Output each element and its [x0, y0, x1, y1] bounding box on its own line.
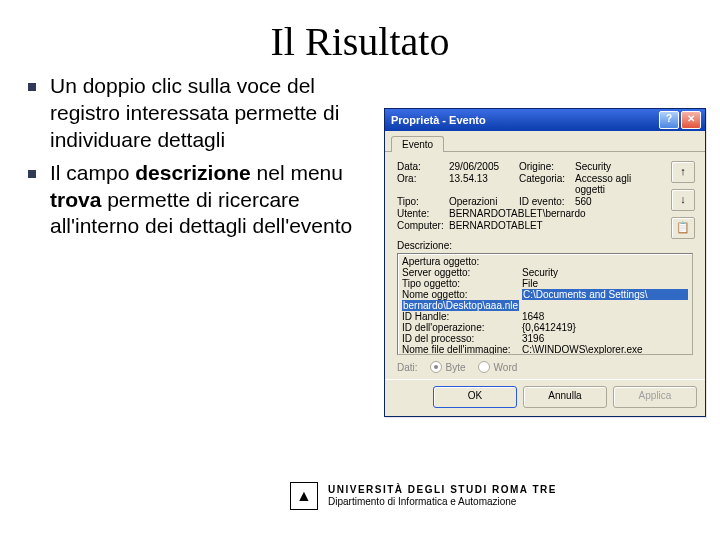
desc-l7v: 3196 — [522, 333, 688, 344]
event-properties-dialog: Proprietà - Evento ? ✕ Evento Data: 29/0… — [384, 108, 706, 417]
desc-l5v: 1648 — [522, 311, 688, 322]
tab-evento[interactable]: Evento — [391, 136, 444, 152]
desc-l4v: C:\Documents and Settings\ — [522, 289, 688, 300]
value-id-evento: 560 — [575, 196, 635, 207]
bullet-2: Il campo descrizione nel menu trova perm… — [28, 160, 368, 241]
value-utente: BERNARDOTABLET\bernardo — [449, 208, 635, 219]
footer: ▲ UNIVERSITÀ DEGLI STUDI ROMA TRE Dipart… — [290, 482, 557, 510]
radio-dot-icon — [478, 361, 490, 373]
value-categoria: Accesso agli oggetti — [575, 173, 635, 195]
copy-button[interactable]: 📋 — [671, 217, 695, 239]
radio-byte[interactable]: Byte — [430, 361, 466, 373]
label-computer: Computer: — [397, 220, 449, 231]
label-utente: Utente: — [397, 208, 449, 219]
help-button[interactable]: ? — [659, 111, 679, 129]
label-descrizione: Descrizione: — [397, 240, 699, 251]
desc-l6l: ID dell'operazione: — [402, 322, 522, 333]
prev-event-button[interactable]: ↑ — [671, 161, 695, 183]
desc-l7l: ID del processo: — [402, 333, 522, 344]
footer-line1: UNIVERSITÀ DEGLI STUDI ROMA TRE — [328, 484, 557, 496]
data-format-row: Dati: Byte Word — [397, 361, 699, 373]
university-logo-icon: ▲ — [290, 482, 318, 510]
bullet-1: Un doppio clic sulla voce del registro i… — [28, 73, 368, 154]
desc-l4l: Nome oggetto: — [402, 289, 522, 300]
desc-l5l: ID Handle: — [402, 311, 522, 322]
value-data: 29/06/2005 — [449, 161, 519, 172]
label-tipo: Tipo: — [397, 196, 449, 207]
desc-l2l: Server oggetto: — [402, 267, 522, 278]
apply-button[interactable]: Applica — [613, 386, 697, 408]
ok-button[interactable]: OK — [433, 386, 517, 408]
next-event-button[interactable]: ↓ — [671, 189, 695, 211]
label-dati: Dati: — [397, 362, 418, 373]
desc-l3l: Tipo oggetto: — [402, 278, 522, 289]
slide-title: Il Risultato — [0, 18, 720, 65]
description-box[interactable]: Apertura oggetto: Server oggetto:Securit… — [397, 253, 693, 355]
desc-l8l: Nome file dell'immagine: — [402, 344, 522, 355]
label-id-evento: ID evento: — [519, 196, 575, 207]
close-button[interactable]: ✕ — [681, 111, 701, 129]
value-tipo: Operazioni — [449, 196, 519, 207]
desc-l2v: Security — [522, 267, 688, 278]
value-computer: BERNARDOTABLET — [449, 220, 635, 231]
desc-l1: Apertura oggetto: — [402, 256, 522, 267]
value-origine: Security — [575, 161, 635, 172]
window-title: Proprietà - Evento — [391, 114, 657, 126]
desc-l8v: C:\WINDOWS\explorer.exe — [522, 344, 688, 355]
label-origine: Origine: — [519, 161, 575, 172]
bullet-list: Un doppio clic sulla voce del registro i… — [28, 73, 368, 246]
dialog-button-bar: OK Annulla Applica — [385, 379, 705, 416]
label-categoria: Categoria: — [519, 173, 575, 195]
tabbar: Evento — [385, 131, 705, 152]
desc-l6v: {0,6412419} — [522, 322, 688, 333]
desc-l4hl: bernardo\Desktop\aaa.nle — [402, 300, 519, 311]
label-data: Data: — [397, 161, 449, 172]
desc-l3v: File — [522, 278, 688, 289]
value-ora: 13.54.13 — [449, 173, 519, 195]
label-ora: Ora: — [397, 173, 449, 195]
titlebar[interactable]: Proprietà - Evento ? ✕ — [385, 109, 705, 131]
radio-dot-icon — [430, 361, 442, 373]
radio-word[interactable]: Word — [478, 361, 518, 373]
event-header-fields: Data: 29/06/2005 Origine: Security Ora: … — [391, 156, 635, 234]
cancel-button[interactable]: Annulla — [523, 386, 607, 408]
footer-line2: Dipartimento di Informatica e Automazion… — [328, 496, 557, 508]
